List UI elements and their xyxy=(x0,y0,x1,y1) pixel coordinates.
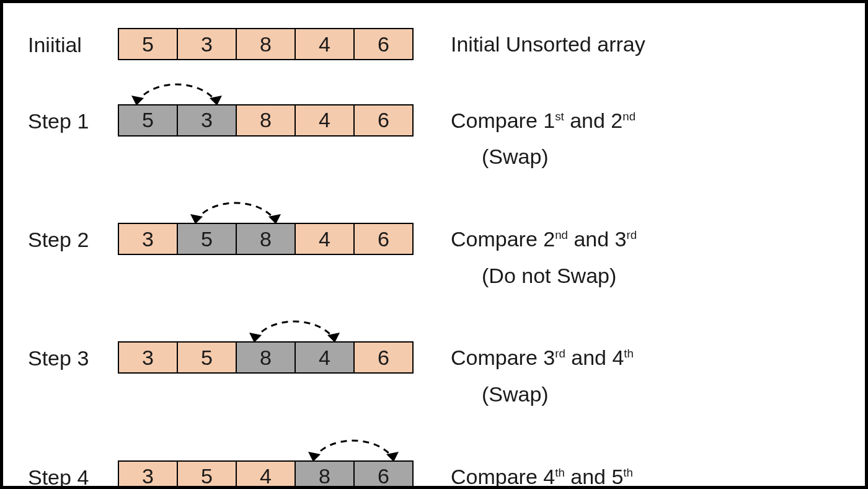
array: 53846 xyxy=(118,28,414,60)
step-label: Step 1 xyxy=(28,104,118,133)
step-description: Compare 1st and 2nd(Swap) xyxy=(414,104,840,173)
array-cell: 6 xyxy=(353,104,414,137)
array-cell: 3 xyxy=(118,460,178,489)
desc-sub: (Do not Swap) xyxy=(451,259,840,292)
array-cell: 3 xyxy=(118,223,178,255)
array-cell: 6 xyxy=(353,460,414,489)
step-label: Step 2 xyxy=(28,223,118,252)
step-label: Step 3 xyxy=(28,341,118,370)
step-label: Iniitial xyxy=(28,28,118,57)
desc-main: Compare 2nd and 3rd xyxy=(451,227,637,251)
array-cell: 4 xyxy=(294,28,355,60)
row-step1: Step 153846Compare 1st and 2nd(Swap) xyxy=(28,104,840,173)
array: 35846 xyxy=(118,223,414,255)
array-cell: 8 xyxy=(236,223,296,255)
array-cell: 3 xyxy=(118,341,178,374)
desc-sub: (Swap) xyxy=(451,140,840,173)
step-label: Step 4 xyxy=(28,460,118,489)
step-description: Compare 2nd and 3rd(Do not Swap) xyxy=(414,223,840,292)
array-cell: 3 xyxy=(177,104,237,137)
array-cell: 5 xyxy=(177,460,237,489)
desc-main: Compare 3rd and 4th xyxy=(451,346,634,369)
desc-main: Compare 4th and 5th xyxy=(451,465,633,488)
swap-arrow-icon xyxy=(294,431,412,462)
desc-sub: (Swap) xyxy=(451,378,840,411)
step-description: Initial Unsorted array xyxy=(414,28,840,61)
array-cell: 6 xyxy=(353,341,414,374)
array-cell: 4 xyxy=(236,460,296,489)
array-cell: 4 xyxy=(294,341,355,374)
array-cell: 8 xyxy=(236,341,296,374)
array-cell: 5 xyxy=(177,223,237,255)
swap-arrow-icon xyxy=(177,193,294,224)
array-cell: 5 xyxy=(177,341,237,374)
array-cell: 5 xyxy=(118,104,178,137)
step-description: Compare 4th and 5th(Swap) xyxy=(414,460,840,489)
array-cell: 6 xyxy=(353,223,414,255)
array-cell: 8 xyxy=(236,104,296,137)
swap-arrow-icon xyxy=(236,312,353,343)
desc-main: Initial Unsorted array xyxy=(451,32,645,56)
row-step4: Step 435486Compare 4th and 5th(Swap) xyxy=(28,460,840,489)
array-cell: 4 xyxy=(294,104,355,137)
array-cell: 4 xyxy=(294,223,355,255)
array-cell: 6 xyxy=(353,28,414,60)
array: 35846 xyxy=(118,341,414,374)
swap-arrow-icon xyxy=(118,74,236,105)
step-description: Compare 3rd and 4th(Swap) xyxy=(414,341,840,410)
row-step2: Step 235846Compare 2nd and 3rd(Do not Sw… xyxy=(28,223,840,292)
row-initial: Iniitial53846Initial Unsorted array xyxy=(28,28,840,61)
array-cell: 8 xyxy=(236,28,296,60)
array-cell: 3 xyxy=(177,28,237,60)
array: 35486 xyxy=(118,460,414,489)
row-step3: Step 335846Compare 3rd and 4th(Swap) xyxy=(28,341,840,410)
array-cell: 8 xyxy=(294,460,355,489)
diagram-container: Iniitial53846Initial Unsorted arrayStep … xyxy=(3,3,865,489)
array-cell: 5 xyxy=(118,28,178,60)
desc-main: Compare 1st and 2nd xyxy=(451,109,636,132)
array: 53846 xyxy=(118,104,414,137)
